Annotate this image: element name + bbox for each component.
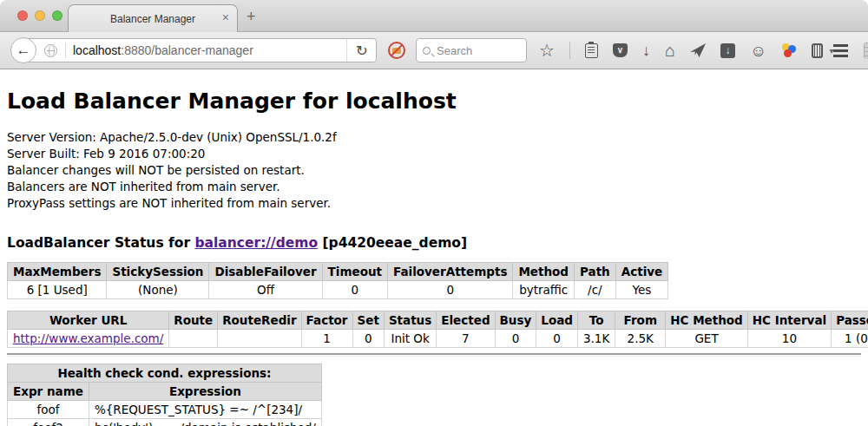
- divider: [569, 42, 570, 59]
- globe-icon: [44, 44, 57, 57]
- chat-smiley-icon[interactable]: ☺: [750, 43, 766, 59]
- color-dots-extension-icon[interactable]: [781, 43, 797, 58]
- col-header: Expression: [89, 383, 321, 401]
- col-header: Busy: [495, 311, 536, 330]
- expr-name-cell: foof: [8, 401, 89, 419]
- url-domain: localhost: [73, 43, 121, 57]
- reload-icon: ↻: [355, 43, 367, 59]
- failoverattempts-cell: 0: [388, 281, 513, 299]
- home-icon[interactable]: ⌂: [665, 42, 675, 59]
- table-title-row: Health check cond. expressions:: [8, 364, 322, 383]
- table-header-row: Expr name Expression: [8, 383, 322, 401]
- col-header: Factor: [301, 311, 352, 330]
- hc-method-cell: GET: [666, 330, 748, 348]
- col-header: Status: [384, 311, 436, 330]
- method-cell: bytraffic: [513, 281, 575, 299]
- page-content: Load Balancer Manager for localhost Serv…: [0, 69, 868, 425]
- clipboard-icon[interactable]: [585, 43, 598, 58]
- health-check-table: Health check cond. expressions: Expr nam…: [7, 364, 322, 426]
- col-header: HC Method: [666, 311, 748, 330]
- path-cell: /c/: [575, 281, 616, 299]
- pocket-icon[interactable]: ∨: [613, 43, 628, 57]
- factor-cell: 1: [301, 330, 352, 348]
- set-cell: 0: [352, 330, 384, 348]
- col-header: Active: [615, 263, 668, 281]
- col-header: Method: [513, 263, 575, 281]
- balancer-link[interactable]: balancer://demo: [194, 235, 318, 251]
- url-text[interactable]: localhost:8880/balancer-manager: [73, 43, 346, 57]
- back-button[interactable]: ←: [10, 37, 36, 63]
- reload-button[interactable]: ↻: [346, 39, 376, 62]
- balancer-table: MaxMembers StickySession DisableFailover…: [7, 262, 668, 299]
- downloads-icon[interactable]: ↓: [642, 43, 650, 58]
- col-header: Set: [352, 311, 384, 330]
- extension-download-icon[interactable]: ↓: [720, 43, 735, 58]
- balancer-status-heading: LoadBalancer Status for balancer://demo …: [7, 235, 861, 251]
- expression-cell: %{REQUEST_STATUS} =~ /^[234]/: [89, 401, 321, 419]
- container-icon[interactable]: [812, 43, 823, 58]
- tab-close-icon[interactable]: ×: [222, 11, 229, 23]
- menu-group: [833, 43, 868, 59]
- navigation-toolbar: ← localhost:8880/balancer-manager ↻ ☆ ∨ …: [0, 32, 868, 69]
- active-cell: Yes: [615, 281, 668, 299]
- col-header: FailoverAttempts: [388, 263, 513, 281]
- tab-balancer-manager[interactable]: Balancer Manager ×: [68, 4, 238, 33]
- menu-icon[interactable]: [833, 44, 848, 57]
- to-cell: 3.1K: [577, 330, 615, 348]
- send-page-icon[interactable]: [690, 43, 706, 57]
- tab-title: Balancer Manager: [110, 13, 195, 25]
- table-header-row: MaxMembers StickySession DisableFailover…: [8, 263, 668, 281]
- server-info: Server Version: Apache/2.5.0-dev (Unix) …: [7, 129, 861, 212]
- worker-url-cell: http://www.example.com/: [8, 330, 169, 348]
- col-header: Elected: [437, 311, 495, 330]
- bookmark-star-icon[interactable]: ☆: [539, 42, 555, 59]
- health-table-title: Health check cond. expressions:: [8, 364, 322, 383]
- table-header-row: Worker URL Route RouteRedir Factor Set S…: [8, 311, 868, 330]
- col-header: Expr name: [8, 383, 89, 401]
- expr-row: foof %{REQUEST_STATUS} =~ /^[234]/: [8, 401, 322, 419]
- search-input[interactable]: [437, 44, 515, 57]
- server-version-line: Server Version: Apache/2.5.0-dev (Unix) …: [7, 129, 861, 146]
- expression-cell: hc('body') =~ /domain is established/: [89, 419, 321, 426]
- worker-row: http://www.example.com/ 1 0 Init Ok 7 0 …: [8, 330, 868, 348]
- zoom-window-button[interactable]: [52, 10, 62, 21]
- col-header: MaxMembers: [8, 263, 107, 281]
- status-prefix: LoadBalancer Status for: [7, 235, 190, 251]
- disablefailover-cell: Off: [209, 281, 322, 299]
- col-header: StickySession: [107, 263, 209, 281]
- note-line: ProxyPass settings are NOT inherited fro…: [7, 195, 861, 212]
- url-bar[interactable]: localhost:8880/balancer-manager ↻: [23, 38, 377, 62]
- expr-row: foof2 hc('body') =~ /domain is establish…: [8, 419, 322, 426]
- timeout-cell: 0: [322, 281, 387, 299]
- worker-table: Worker URL Route RouteRedir Factor Set S…: [7, 311, 868, 348]
- search-icon: [423, 47, 431, 55]
- minimize-window-button[interactable]: [35, 10, 45, 21]
- col-header: Passes: [832, 311, 868, 330]
- expr-name-cell: foof2: [8, 419, 89, 426]
- tab-groups-icon[interactable]: [864, 43, 868, 59]
- worker-url-link[interactable]: http://www.example.com/: [13, 331, 163, 345]
- traffic-lights: [17, 10, 62, 21]
- new-tab-button[interactable]: +: [247, 9, 256, 24]
- col-header: Worker URL: [8, 311, 169, 330]
- close-window-button[interactable]: [17, 10, 28, 21]
- from-cell: 2.5K: [615, 330, 666, 348]
- passes-cell: 1 (0): [832, 330, 868, 348]
- col-header: Timeout: [322, 263, 387, 281]
- col-header: Load: [536, 311, 578, 330]
- content-blocker-icon[interactable]: [388, 42, 405, 59]
- blocked-plugin-glyph: [392, 48, 401, 54]
- elected-cell: 7: [437, 330, 495, 348]
- browser-window: Balancer Manager × + ← localhost:8880/ba…: [0, 0, 868, 426]
- maxmembers-cell: 6 [1 Used]: [8, 281, 107, 299]
- divider: [65, 43, 66, 58]
- col-header: RouteRedir: [218, 311, 301, 330]
- status-suffix: [p4420eeae_demo]: [323, 235, 468, 251]
- table-row: 6 [1 Used] (None) Off 0 0 bytraffic /c/ …: [8, 281, 668, 299]
- page-title: Load Balancer Manager for localhost: [7, 88, 861, 114]
- url-path: :8880/balancer-manager: [121, 43, 253, 57]
- stickysession-cell: (None): [107, 281, 209, 299]
- note-line: Balancers are NOT inherited from main se…: [7, 179, 861, 195]
- route-cell: [169, 330, 218, 348]
- search-field[interactable]: [416, 38, 527, 62]
